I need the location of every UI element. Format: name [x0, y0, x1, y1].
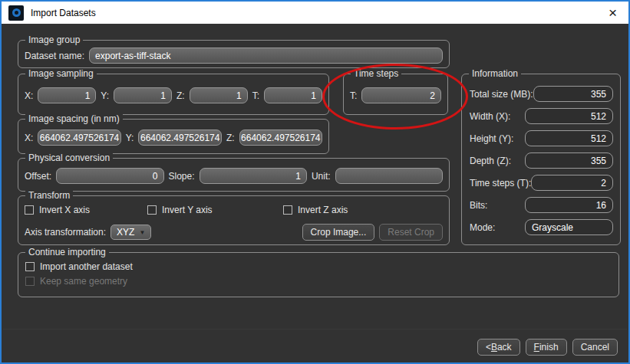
axis-transformation-value: XYZ — [117, 227, 134, 238]
spacing-x-input[interactable]: 664062.497526174 — [38, 130, 120, 146]
time-steps-field: 2 — [531, 175, 613, 191]
total-size-field: 355 — [533, 86, 613, 102]
sampling-x-input[interactable]: 1 — [38, 87, 96, 103]
group-continue-importing: Continue importing Import another datase… — [18, 252, 619, 297]
slope-label: Slope: — [169, 171, 195, 182]
crop-image-button[interactable]: Crop Image... — [302, 224, 375, 241]
invert-y-checkbox[interactable]: Invert Y axis — [147, 205, 270, 215]
spacing-y-input[interactable]: 664062.497526174 — [138, 130, 221, 146]
offset-input[interactable]: 0 — [56, 168, 163, 184]
time-steps-t-input[interactable]: 2 — [361, 87, 441, 103]
info-row-bits: Bits: 16 — [470, 197, 613, 213]
info-label: Mode: — [470, 222, 495, 233]
dataset-name-label: Dataset name: — [25, 51, 84, 61]
checkbox-icon — [283, 205, 292, 215]
group-title-image-spacing: Image spacing (in nm) — [25, 113, 123, 124]
footer-separator — [3, 329, 627, 330]
import-datasets-dialog: Import Datasets × Image group Dataset na… — [0, 0, 630, 364]
unit-label: Unit: — [312, 171, 331, 182]
group-title-information: Information — [469, 68, 521, 79]
info-label: Depth (Z): — [470, 156, 511, 166]
unit-input[interactable] — [335, 168, 443, 184]
group-transform: Transform Invert X axis Invert Y axis In… — [18, 195, 450, 245]
spacing-z-input[interactable]: 664062.497526174 — [239, 130, 322, 146]
checkbox-icon — [147, 205, 157, 215]
spacing-y-label: Y: — [126, 133, 134, 143]
height-field: 512 — [525, 130, 613, 146]
group-title-continue-importing: Continue importing — [25, 247, 109, 257]
window-title: Import Datasets — [31, 8, 96, 18]
sampling-y-label: Y: — [101, 90, 109, 101]
checkbox-icon — [25, 262, 35, 271]
info-label: Bits: — [470, 200, 487, 211]
group-title-image-group: Image group — [25, 34, 83, 45]
offset-label: Offset: — [25, 171, 51, 182]
info-label: Height (Y): — [470, 133, 513, 144]
spacing-z-label: Z: — [226, 133, 235, 143]
sampling-t-label: T: — [252, 90, 259, 101]
group-title-physical-conversion: Physical conversion — [25, 152, 113, 163]
group-information: Information Total size (MB): 355 Width (… — [461, 74, 621, 245]
close-icon[interactable]: × — [604, 5, 622, 20]
depth-field: 355 — [525, 152, 613, 169]
width-field: 512 — [525, 108, 613, 124]
axis-transformation-dropdown[interactable]: XYZ ▼ — [110, 225, 151, 240]
group-image-spacing: Image spacing (in nm) X: 664062.49752617… — [18, 119, 329, 154]
time-steps-t-label: T: — [350, 90, 357, 101]
invert-x-label: Invert X axis — [39, 205, 90, 215]
keep-same-geometry-label: Keep same geometry — [40, 276, 127, 287]
chevron-down-icon: ▼ — [139, 229, 145, 236]
info-label: Time steps (T): — [470, 178, 531, 189]
sampling-z-label: Z: — [176, 90, 185, 101]
axis-transformation-label: Axis transformation: — [25, 227, 106, 238]
info-row-time-steps: Time steps (T): 2 — [470, 175, 613, 191]
group-time-steps: Time steps T: 2 — [343, 74, 448, 115]
info-label: Width (X): — [470, 111, 510, 122]
group-title-transform: Transform — [25, 190, 73, 201]
info-row-total-size: Total size (MB): 355 — [470, 86, 613, 102]
dialog-body: Image group Dataset name: export-as-tiff… — [3, 25, 627, 361]
finish-button[interactable]: Finish — [526, 339, 567, 356]
invert-y-label: Invert Y axis — [162, 205, 213, 215]
info-row-height: Height (Y): 512 — [470, 130, 613, 146]
mode-field: Grayscale — [525, 219, 613, 235]
group-title-time-steps: Time steps — [351, 68, 401, 79]
group-image-group: Image group Dataset name: export-as-tiff… — [18, 40, 450, 68]
sampling-t-input[interactable]: 1 — [264, 87, 322, 103]
group-image-sampling: Image sampling X: 1 Y: 1 Z: 1 T: 1 — [18, 74, 329, 115]
sampling-z-input[interactable]: 1 — [190, 87, 248, 103]
info-row-width: Width (X): 512 — [470, 108, 613, 124]
slope-input[interactable]: 1 — [200, 168, 307, 184]
reset-crop-button[interactable]: Reset Crop — [379, 224, 443, 241]
sampling-x-label: X: — [25, 90, 33, 101]
keep-same-geometry-checkbox: Keep same geometry — [25, 276, 133, 287]
app-icon — [8, 5, 24, 21]
checkbox-icon — [25, 277, 35, 286]
back-button[interactable]: < Back — [477, 339, 520, 356]
cancel-button[interactable]: Cancel — [572, 339, 618, 356]
sampling-y-input[interactable]: 1 — [114, 87, 172, 103]
spacing-x-label: X: — [25, 133, 33, 143]
import-another-dataset-label: Import another dataset — [40, 261, 133, 272]
blue-ring-icon — [12, 8, 21, 17]
invert-x-checkbox[interactable]: Invert X axis — [25, 205, 147, 215]
invert-z-checkbox[interactable]: Invert Z axis — [283, 205, 348, 215]
info-row-depth: Depth (Z): 355 — [470, 152, 613, 169]
checkbox-icon — [25, 205, 34, 215]
footer-buttons: < Back Finish Cancel — [477, 339, 618, 356]
info-row-mode: Mode: Grayscale — [470, 219, 613, 235]
dataset-name-input[interactable]: export-as-tiff-stack — [89, 48, 443, 64]
info-label: Total size (MB): — [470, 89, 533, 100]
group-physical-conversion: Physical conversion Offset: 0 Slope: 1 U… — [18, 158, 450, 192]
group-title-image-sampling: Image sampling — [25, 68, 97, 79]
invert-z-label: Invert Z axis — [298, 205, 348, 215]
titlebar: Import Datasets × — [2, 2, 628, 24]
import-another-dataset-checkbox[interactable]: Import another dataset — [25, 261, 133, 272]
bits-field: 16 — [525, 197, 613, 213]
